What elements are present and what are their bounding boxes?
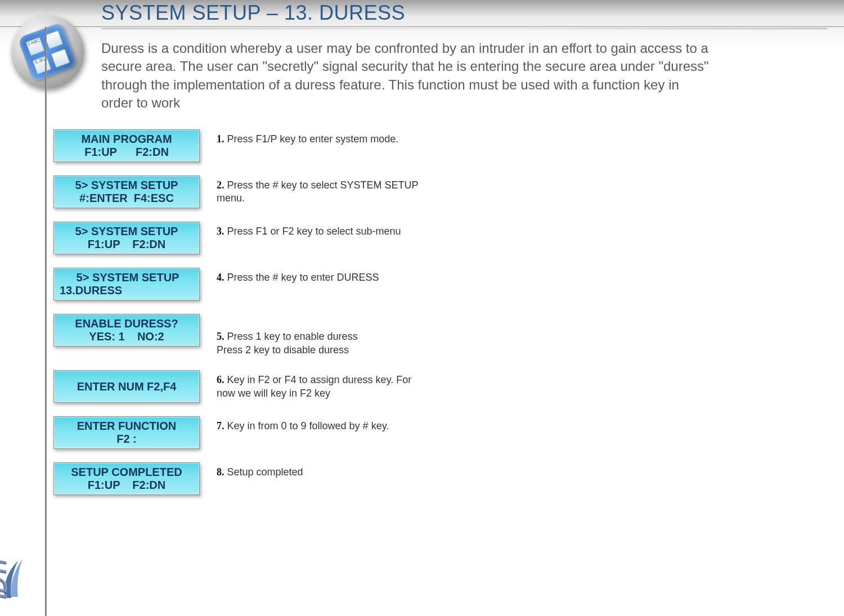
lcd-display: ENTER FUNCTION F2 : xyxy=(53,416,200,449)
device-logo: 2 ABC 5 JKL xyxy=(11,16,84,89)
description-text: Duress is a condition whereby a user may… xyxy=(101,39,709,113)
title-divider xyxy=(101,28,827,29)
lcd-line2: #:ENTER F4:ESC xyxy=(79,192,174,205)
step-number: 4. xyxy=(217,272,225,283)
lcd-line1: ENABLE DURESS? xyxy=(75,317,178,330)
step-text: 8. Setup completed xyxy=(217,462,419,479)
step-text: 7. Key in from 0 to 9 followed by # key. xyxy=(217,416,419,433)
step-row: ENTER NUM F2,F4 6. Key in F2 or F4 to as… xyxy=(53,370,419,403)
lcd-line1: 5> SYSTEM SETUP xyxy=(77,271,179,284)
step-number: 2. xyxy=(217,179,225,191)
step-instruction: Press the # key to select SYSTEM SETUP m… xyxy=(217,179,418,204)
step-text: 3. Press F1 or F2 key to select sub-menu xyxy=(217,222,419,238)
step-row: MAIN PROGRAM F1:UP F2:DN 1. Press F1/P k… xyxy=(53,129,419,162)
step-instruction: Setup completed xyxy=(225,466,303,478)
page-title: SYSTEM SETUP – 13. DURESS xyxy=(101,1,405,25)
lcd-line1: MAIN PROGRAM xyxy=(81,133,172,146)
lcd-line2: YES: 1 NO:2 xyxy=(89,330,164,343)
lcd-display: ENTER NUM F2,F4 xyxy=(53,370,200,403)
lcd-display: ENABLE DURESS? YES: 1 NO:2 xyxy=(53,314,200,347)
lcd-display: 5> SYSTEM SETUP F1:UP F2:DN xyxy=(53,222,200,254)
step-row: ENABLE DURESS? YES: 1 NO:2 5. Press 1 ke… xyxy=(53,314,419,357)
step-number: 3. xyxy=(217,226,225,237)
step-row: 5> SYSTEM SETUP F1:UP F2:DN 3. Press F1 … xyxy=(53,222,419,254)
brand-logo-vertical: IDTi xyxy=(3,503,37,599)
lcd-line2: F2 : xyxy=(116,433,137,446)
lcd-line1: 5> SYSTEM SETUP xyxy=(75,225,178,238)
lcd-line1: ENTER NUM F2,F4 xyxy=(77,380,177,393)
brand-logo-text: IDTi xyxy=(0,559,11,599)
step-text: 6. Key in F2 or F4 to assign duress key.… xyxy=(217,370,419,400)
step-row: 5> SYSTEM SETUP #:ENTER F4:ESC 2. Press … xyxy=(53,176,419,208)
step-text: 4. Press the # key to enter DURESS xyxy=(217,268,419,284)
steps-list: MAIN PROGRAM F1:UP F2:DN 1. Press F1/P k… xyxy=(53,129,419,509)
lcd-line2: F1:UP F2:DN xyxy=(84,146,169,159)
lcd-line2: 13.DURESS xyxy=(60,284,160,297)
lcd-line1: 5> SYSTEM SETUP xyxy=(75,179,178,192)
lcd-line1: SETUP COMPLETED xyxy=(71,466,182,479)
step-instruction: Key in from 0 to 9 followed by # key. xyxy=(225,420,389,431)
step-number: 1. xyxy=(217,133,225,145)
lcd-display: 5> SYSTEM SETUP 13.DURESS xyxy=(53,268,200,300)
step-number: 7. xyxy=(217,420,225,431)
step-instruction: Press the # key to enter DURESS xyxy=(225,272,379,283)
step-instruction: Press F1/P key to enter system mode. xyxy=(225,133,399,145)
step-row: SETUP COMPLETED F1:UP F2:DN 8. Setup com… xyxy=(53,462,419,495)
step-instruction: Press 1 key to enable duress Press 2 key… xyxy=(217,331,358,355)
step-text: 1. Press F1/P key to enter system mode. xyxy=(217,129,419,146)
lcd-display: MAIN PROGRAM F1:UP F2:DN xyxy=(53,129,200,162)
lcd-line2: F1:UP F2:DN xyxy=(88,238,166,251)
lcd-line2: F1:UP F2:DN xyxy=(88,479,166,492)
step-instruction: Key in F2 or F4 to assign duress key. Fo… xyxy=(217,374,411,398)
step-row: ENTER FUNCTION F2 : 7. Key in from 0 to … xyxy=(53,416,419,449)
step-text: 2. Press the # key to select SYSTEM SETU… xyxy=(217,176,419,205)
lcd-line1: ENTER FUNCTION xyxy=(77,420,177,433)
step-row: 5> SYSTEM SETUP 13.DURESS 4. Press the #… xyxy=(53,268,419,300)
step-number: 8. xyxy=(217,466,225,478)
step-number: 5. xyxy=(217,331,225,342)
side-rule xyxy=(45,27,47,616)
step-text: 5. Press 1 key to enable duress Press 2 … xyxy=(217,314,419,357)
step-number: 6. xyxy=(217,374,225,385)
lcd-display: SETUP COMPLETED F1:UP F2:DN xyxy=(53,462,200,495)
lcd-display: 5> SYSTEM SETUP #:ENTER F4:ESC xyxy=(53,176,200,208)
step-instruction: Press F1 or F2 key to select sub-menu xyxy=(225,226,401,237)
